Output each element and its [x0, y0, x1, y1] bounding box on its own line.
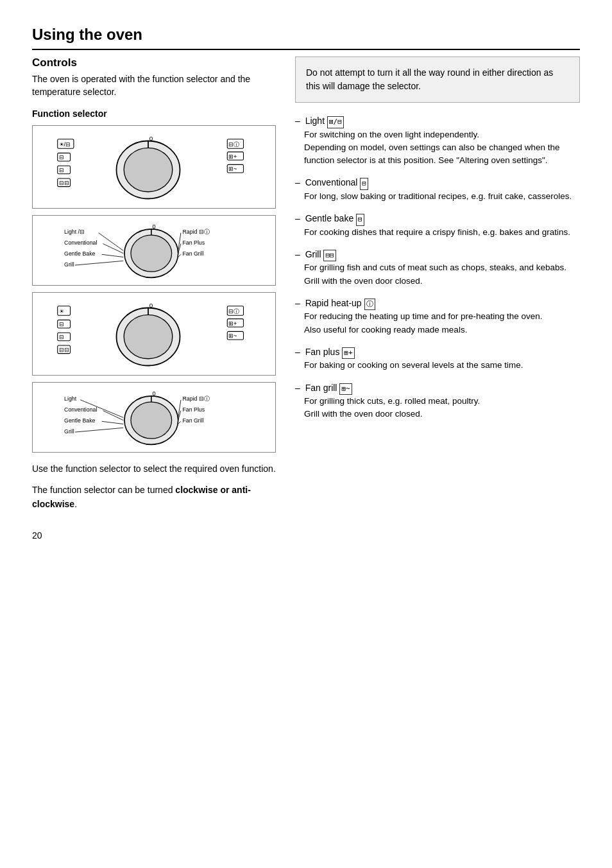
fn-body-rapid-heatup: For reducing the heating up time and for…	[304, 310, 580, 336]
svg-line-59	[102, 421, 124, 424]
fn-body-fan-plus: For baking or cooking on several levels …	[304, 359, 580, 372]
svg-text:Fan Grill: Fan Grill	[182, 417, 203, 424]
fn-title-conventional: – Conventional ⊟	[295, 176, 580, 190]
bottom-line1: Use the function selector to select the …	[32, 462, 276, 476]
svg-text:Light /⊟: Light /⊟	[64, 229, 85, 236]
svg-text:⊞~: ⊞~	[228, 166, 237, 172]
svg-text:⊞~: ⊞~	[228, 333, 237, 339]
page-title: Using the oven	[32, 26, 580, 50]
svg-text:⊟⊟: ⊟⊟	[59, 347, 69, 353]
fn-body-fan-grill: For grilling thick cuts, e.g. rolled mea…	[304, 395, 580, 421]
fn-title-rapid-heatup: – Rapid heat-up ⓘ	[295, 297, 580, 311]
left-column: Controls The oven is operated with the f…	[32, 56, 276, 511]
svg-line-23	[102, 254, 124, 257]
fn-title-grill: – Grill ⊟⊟	[295, 248, 580, 262]
bottom-line2: The function selector can be turned cloc…	[32, 483, 276, 512]
fn-body-conventional: For long, slow baking or traditional rec…	[304, 190, 580, 203]
svg-text:⊟: ⊟	[59, 321, 64, 327]
svg-text:⊟: ⊟	[59, 334, 64, 340]
diagram-2: Light /⊟ Conventional Gentle Bake Grill …	[32, 215, 276, 286]
fn-icon-gentle-bake: ⊟	[356, 214, 364, 226]
svg-text:Gentle Bake: Gentle Bake	[64, 417, 96, 424]
fn-icon-fan-plus: ⊞+	[342, 347, 354, 360]
svg-text:Rapid ⊟ⓘ: Rapid ⊟ⓘ	[182, 396, 209, 403]
page-number: 20	[32, 530, 580, 541]
diagram-2-svg: Light /⊟ Conventional Gentle Bake Grill …	[42, 222, 266, 279]
fn-icon-grill: ⊟⊟	[323, 250, 336, 262]
svg-line-57	[103, 411, 123, 421]
svg-text:Grill: Grill	[64, 428, 74, 435]
svg-point-64	[131, 402, 172, 438]
fn-icon-light: ⊠/⊟	[327, 116, 344, 128]
svg-text:⊟⊟: ⊟⊟	[59, 180, 69, 186]
svg-text:Grill: Grill	[64, 261, 74, 268]
fn-icon-fan-grill: ⊞~	[339, 383, 352, 395]
svg-text:⊟: ⊟	[59, 167, 64, 173]
function-selector-title: Function selector	[32, 108, 276, 119]
diagram-1: ☀/⊟ ⊟ ⊟ ⊟⊟ 0 ⊟ⓘ	[32, 125, 276, 209]
svg-line-25	[75, 261, 123, 266]
svg-text:Conventional: Conventional	[64, 406, 97, 413]
list-item-rapid-heatup: – Rapid heat-up ⓘ For reducing the heati…	[295, 297, 580, 336]
fn-icon-conventional: ⊟	[360, 178, 368, 190]
svg-text:Light: Light	[64, 396, 77, 403]
svg-text:⊟ⓘ: ⊟ⓘ	[228, 141, 239, 148]
controls-intro: The oven is operated with the function s…	[32, 73, 276, 98]
svg-text:Rapid ⊟ⓘ: Rapid ⊟ⓘ	[182, 229, 209, 236]
fn-name-gentle-bake: Gentle bake	[305, 213, 356, 223]
notice-box: Do not attempt to turn it all the way ro…	[295, 56, 580, 103]
svg-text:Fan Plus: Fan Plus	[182, 239, 205, 246]
svg-line-19	[99, 233, 124, 251]
function-list: – Light ⊠/⊟ For switching on the oven li…	[295, 114, 580, 421]
svg-text:⊞+: ⊞+	[228, 153, 237, 160]
fn-title-fan-plus: – Fan plus ⊞+	[295, 345, 580, 360]
svg-text:Conventional: Conventional	[64, 239, 97, 246]
svg-text:Fan Grill: Fan Grill	[182, 250, 203, 257]
svg-text:⊞+: ⊞+	[228, 320, 237, 327]
fn-body-light: For switching on the oven light independ…	[304, 128, 580, 168]
fn-icon-rapid-heatup: ⓘ	[364, 299, 375, 311]
fn-name-fan-grill: Fan grill	[305, 383, 340, 393]
svg-text:Fan Plus: Fan Plus	[182, 406, 205, 413]
svg-text:☀: ☀	[59, 308, 64, 315]
fn-title-light: – Light ⊠/⊟	[295, 114, 580, 128]
fn-body-grill: For grilling fish and cuts of meat such …	[304, 261, 580, 288]
svg-point-46	[124, 315, 173, 358]
list-item-gentle-bake: – Gentle bake ⊟ For cooking dishes that …	[295, 212, 580, 239]
fn-name-rapid-heatup: Rapid heat-up	[305, 298, 364, 308]
bottom-text: Use the function selector to select the …	[32, 462, 276, 511]
svg-text:⊟ⓘ: ⊟ⓘ	[228, 308, 239, 315]
svg-text:Gentle Bake: Gentle Bake	[64, 250, 96, 257]
svg-text:☀/⊟: ☀/⊟	[59, 141, 71, 148]
diagram-1-svg: ☀/⊟ ⊟ ⊟ ⊟⊟ 0 ⊟ⓘ	[42, 132, 266, 202]
diagram-3: ☀ ⊟ ⊟ ⊟⊟ 0 ⊟ⓘ ⊞+ ⊞~	[32, 292, 276, 376]
list-item-fan-grill: – Fan grill ⊞~ For grilling thick cuts, …	[295, 381, 580, 421]
fn-name-conventional: Conventional	[305, 177, 361, 187]
list-item-light: – Light ⊠/⊟ For switching on the oven li…	[295, 114, 580, 167]
svg-point-28	[131, 235, 172, 272]
right-column: Do not attempt to turn it all the way ro…	[295, 56, 580, 511]
controls-title: Controls	[32, 56, 276, 69]
fn-title-fan-grill: – Fan grill ⊞~	[295, 381, 580, 395]
fn-name-grill: Grill	[305, 249, 324, 259]
fn-name-light: Light	[305, 116, 327, 126]
fn-name-fan-plus: Fan plus	[305, 347, 343, 357]
list-item-grill: – Grill ⊟⊟ For grilling fish and cuts of…	[295, 248, 580, 288]
list-item-fan-plus: – Fan plus ⊞+ For baking or cooking on s…	[295, 345, 580, 372]
svg-point-10	[124, 148, 173, 191]
svg-line-61	[75, 428, 123, 433]
fn-title-gentle-bake: – Gentle bake ⊟	[295, 212, 580, 226]
diagram-3-svg: ☀ ⊟ ⊟ ⊟⊟ 0 ⊟ⓘ ⊞+ ⊞~	[42, 299, 266, 369]
list-item-conventional: – Conventional ⊟ For long, slow baking o…	[295, 176, 580, 203]
diagram-4: Light Conventional Gentle Bake Grill 0 R…	[32, 382, 276, 453]
selector-diagrams: ☀/⊟ ⊟ ⊟ ⊟⊟ 0 ⊟ⓘ	[32, 125, 276, 453]
svg-text:⊟: ⊟	[59, 154, 64, 161]
diagram-4-svg: Light Conventional Gentle Bake Grill 0 R…	[42, 389, 266, 446]
fn-body-gentle-bake: For cooking dishes that require a crispy…	[304, 226, 580, 239]
